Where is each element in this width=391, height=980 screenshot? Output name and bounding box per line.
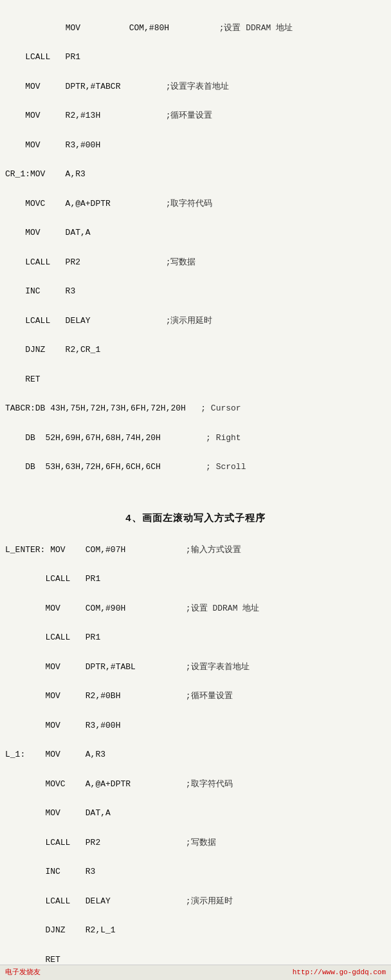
code-line: MOV R2,#0BH ;循环量设置 — [5, 689, 386, 704]
footer: 电子发烧友 http://www.go-gddq.com — [0, 965, 391, 980]
code-line: MOV R2,#13H ;循环量设置 — [5, 109, 386, 124]
code-line: MOV COM,#90H ;设置 DDRAM 地址 — [5, 602, 386, 616]
section4-title: 4、画面左滚动写入方式子程序 — [5, 510, 386, 526]
code-section-intro: MOV COM,#80H;设置 DDRAM 地址 LCALL PR1 MOV D… — [5, 6, 386, 504]
code-line: LCALL PR1 — [5, 50, 386, 65]
code-line: INC R3 — [5, 865, 386, 880]
code-line: LCALL PR1 — [5, 572, 386, 587]
code-line: MOV DPTR,#TABCR ;设置字表首地址 — [5, 80, 386, 95]
code-line: MOV COM,#80H;设置 DDRAM 地址 — [5, 21, 386, 36]
code-line: MOVC A,@A+DPTR ;取字符代码 — [5, 777, 386, 792]
code-line: DB 53H,63H,72H,6FH,6CH,6CH ; Scroll — [5, 460, 386, 475]
code-line: MOV DAT,A — [5, 806, 386, 821]
code-line: MOV DAT,A — [5, 226, 386, 241]
code-line: L_ENTER: MOV COM,#07H ;输入方式设置 — [5, 543, 386, 558]
code-line: DJNZ R2,CR_1 — [5, 343, 386, 358]
code-line: LCALL DELAY ;演示用延时 — [5, 894, 386, 909]
code-line: MOVC A,@A+DPTR ;取字符代码 — [5, 197, 386, 212]
code-line: LCALL PR2 ;写数据 — [5, 836, 386, 851]
footer-left: 电子发烧友 — [5, 966, 41, 979]
code-section-left: L_ENTER: MOV COM,#07H ;输入方式设置 LCALL PR1 … — [5, 528, 386, 980]
code-line: DB 52H,69H,67H,68H,74H,20H ; Right — [5, 431, 386, 446]
code-line: MOV R3,#00H — [5, 719, 386, 734]
footer-right: http://www.go-gddq.com — [293, 968, 386, 976]
code-line: LCALL PR2 ;写数据 — [5, 255, 386, 270]
code-container: MOV COM,#80H;设置 DDRAM 地址 LCALL PR1 MOV D… — [5, 6, 386, 980]
code-line: L_1: MOV A,R3 — [5, 748, 386, 763]
code-line: CR_1:MOV A,R3 — [5, 167, 386, 182]
code-line: LCALL PR1 — [5, 631, 386, 645]
code-line: LCALL DELAY ;演示用延时 — [5, 314, 386, 329]
code-line: DJNZ R2,L_1 — [5, 923, 386, 938]
code-line: MOV DPTR,#TABL ;设置字表首地址 — [5, 660, 386, 675]
code-line: INC R3 — [5, 284, 386, 299]
code-line: MOV R3,#00H — [5, 138, 386, 153]
code-line: RET — [5, 373, 386, 387]
code-line: TABCR:DB 43H,75H,72H,73H,6FH,72H,20H ; C… — [5, 402, 386, 416]
